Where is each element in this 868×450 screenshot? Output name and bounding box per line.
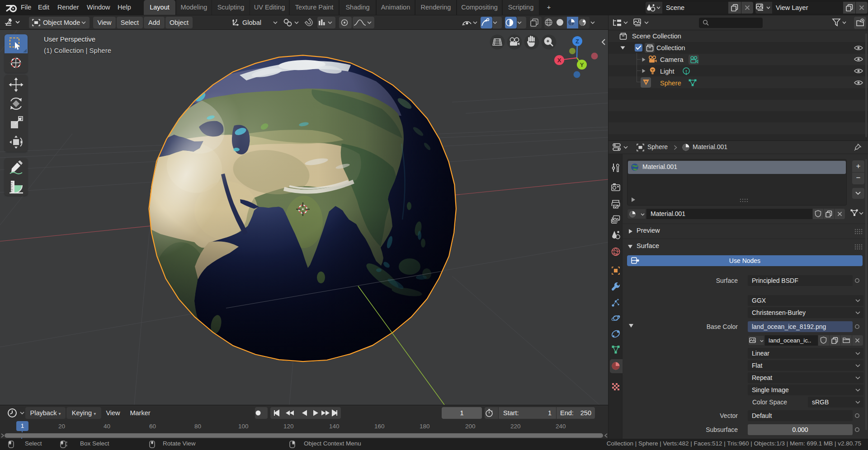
svg-text:Y: Y xyxy=(580,61,584,68)
svg-text:Z: Z xyxy=(576,38,579,45)
svg-text:X: X xyxy=(557,57,561,64)
